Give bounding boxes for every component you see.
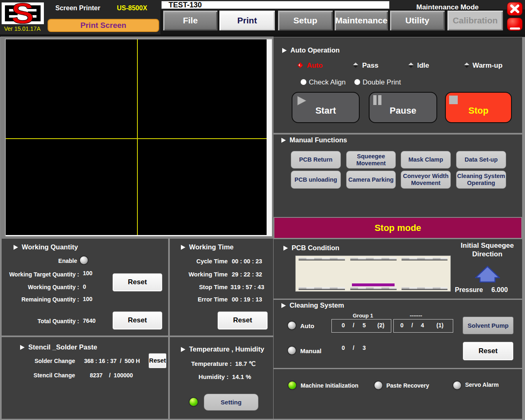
svg-text:S: S: [11, 2, 34, 24]
